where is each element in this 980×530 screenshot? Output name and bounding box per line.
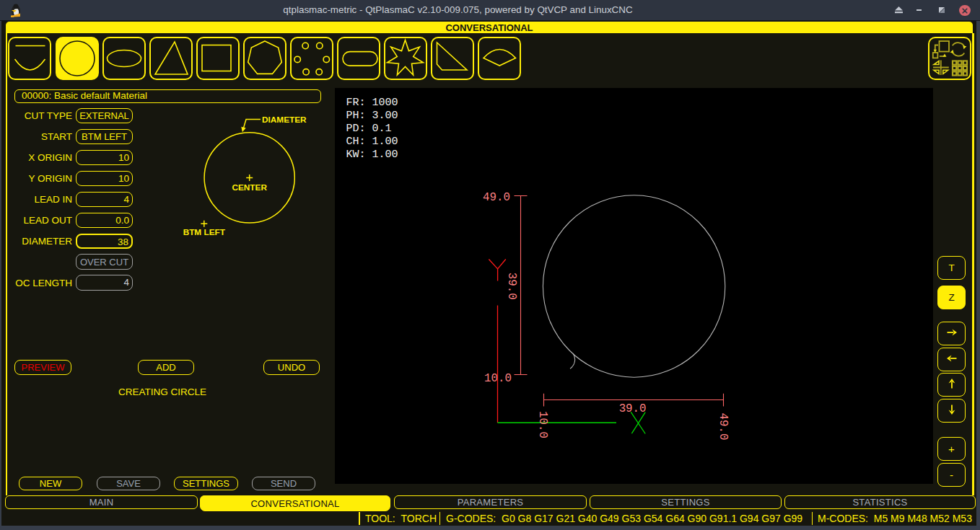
svg-text:10.0: 10.0	[536, 411, 549, 438]
svg-text:DIAMETER: DIAMETER	[262, 115, 307, 125]
svg-text:49.0: 49.0	[483, 191, 510, 204]
svg-text:39.0: 39.0	[505, 273, 518, 300]
svg-text:49.0: 49.0	[717, 413, 730, 441]
svg-text:BTM LEFT: BTM LEFT	[183, 227, 226, 237]
svg-text:CENTER: CENTER	[232, 182, 267, 193]
svg-text:39.0: 39.0	[619, 402, 647, 415]
